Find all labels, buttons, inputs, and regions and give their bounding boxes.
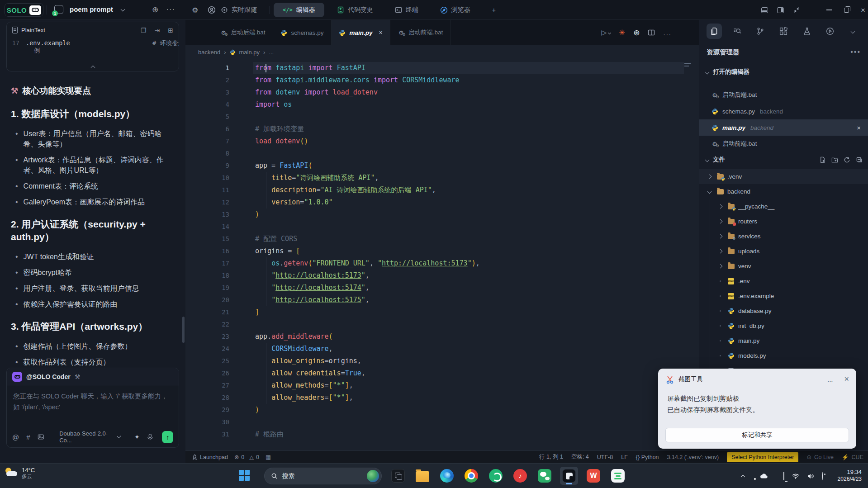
- search-daily-image[interactable]: [367, 470, 379, 482]
- editor-tab-启动后端.bat[interactable]: ⚙⚙启动后端.bat: [213, 20, 273, 45]
- refresh-icon[interactable]: [844, 156, 850, 163]
- run-button[interactable]: ▷: [601, 28, 611, 37]
- open-editors-header[interactable]: 打开的编辑器: [699, 65, 868, 79]
- project-switcher-icon[interactable]: 1: [54, 5, 63, 14]
- ai-spark-icon[interactable]: ✳: [619, 28, 625, 38]
- search-icon[interactable]: [730, 24, 745, 39]
- new-chat-icon[interactable]: ⊕: [152, 5, 158, 14]
- model-selector[interactable]: Doubao-Seed-2.0-Co...: [59, 430, 121, 444]
- ide-active[interactable]: [560, 467, 578, 485]
- tab-close-icon[interactable]: ×: [379, 29, 383, 36]
- cloud-icon[interactable]: [760, 473, 768, 479]
- image-icon[interactable]: [38, 433, 44, 441]
- files-header[interactable]: 文件: [699, 153, 819, 166]
- tree-item-.env.example[interactable]: ENV.env.example: [699, 289, 868, 303]
- sidebar-chevron-icon[interactable]: [845, 24, 861, 39]
- start-button[interactable]: [239, 470, 251, 482]
- chrome-browser[interactable]: [462, 467, 480, 485]
- test-flask-icon[interactable]: [799, 24, 815, 39]
- editor-more-icon[interactable]: ...: [663, 29, 672, 37]
- tree-item-__pycache__[interactable]: __pycache__: [699, 199, 868, 214]
- run-debug-icon[interactable]: [822, 24, 838, 39]
- tree-item-.venv[interactable]: .venv: [699, 169, 868, 184]
- tree-item-main.py[interactable]: main.py: [699, 333, 868, 348]
- insert-icon[interactable]: ⇥: [155, 27, 160, 34]
- close-icon[interactable]: ×: [861, 6, 865, 14]
- explorer-icon[interactable]: [707, 24, 722, 39]
- wps-office[interactable]: W: [584, 467, 602, 485]
- breadcrumb-item[interactable]: ...: [269, 49, 274, 56]
- new-file-icon[interactable]: [819, 156, 826, 163]
- collapse-icon[interactable]: [793, 6, 800, 14]
- openai-icon[interactable]: ⊛: [633, 28, 640, 38]
- tree-item-services[interactable]: ⚙services: [699, 229, 868, 244]
- view-tab-3[interactable]: 代码变更: [328, 3, 382, 17]
- wechat[interactable]: [536, 467, 554, 485]
- split-editor-icon[interactable]: [648, 29, 655, 36]
- open-editor-启动后端.bat[interactable]: ⚙⚙启动后端.bat: [699, 87, 868, 103]
- monitor-icon[interactable]: [783, 472, 784, 480]
- editor-tab-schemas.py[interactable]: schemas.py: [273, 20, 332, 45]
- breadcrumb[interactable]: backend›main.py›...: [185, 45, 699, 59]
- weather-widget[interactable]: 14°C 多云: [5, 467, 35, 479]
- go-live[interactable]: ⊙Go Live: [806, 454, 834, 460]
- open-editor-schemas.py[interactable]: schemas.pybackend: [699, 103, 868, 119]
- encoding[interactable]: UTF-8: [597, 454, 613, 460]
- explorer-more-icon[interactable]: •••: [850, 48, 861, 56]
- copy-icon[interactable]: ❐: [141, 27, 147, 34]
- new-folder-icon[interactable]: [831, 156, 838, 163]
- titlebar-more-icon[interactable]: ...: [166, 4, 175, 12]
- view-tab-2[interactable]: </>编辑器: [274, 3, 324, 17]
- view-tab-5[interactable]: 浏览器: [431, 3, 479, 17]
- messenger-app[interactable]: [609, 467, 627, 485]
- new-file-icon[interactable]: ⊞: [168, 27, 173, 34]
- mark-and-share-button[interactable]: 标记和共享: [665, 428, 849, 442]
- settings-gear-icon[interactable]: ⚙: [192, 6, 198, 14]
- music-app[interactable]: ♪: [511, 467, 529, 485]
- green-app[interactable]: [487, 467, 505, 485]
- chevron-up-icon[interactable]: [741, 472, 745, 480]
- tree-item-venv[interactable]: venv: [699, 259, 868, 274]
- editor-tab-main.py[interactable]: main.py×: [332, 20, 390, 45]
- tree-item-backend[interactable]: backend: [699, 184, 868, 199]
- view-tab-4[interactable]: 终端: [386, 3, 427, 17]
- battery-icon[interactable]: [822, 472, 823, 480]
- open-editor-启动前端.bat[interactable]: ⚙⚙启动前端.bat: [699, 136, 868, 152]
- editor-tab-启动前端.bat[interactable]: ⚙⚙启动前端.bat: [390, 20, 451, 45]
- tree-item-.env[interactable]: ENV.env: [699, 274, 868, 289]
- tree-item-models.py[interactable]: models.py: [699, 348, 868, 363]
- launchpad-item[interactable]: Launchpad: [192, 454, 228, 460]
- add-view-tab[interactable]: +: [483, 3, 505, 17]
- source-control-icon[interactable]: [753, 24, 768, 39]
- eol[interactable]: LF: [621, 454, 628, 460]
- code-editor[interactable]: 1from fastapi import FastAPI2from fastap…: [185, 59, 699, 450]
- taskbar-clock[interactable]: 19:34 2026/4/23: [838, 469, 862, 483]
- breadcrumb-item[interactable]: main.py: [239, 49, 260, 56]
- select-python-interpreter[interactable]: Select Python Interpreter: [727, 452, 798, 462]
- tree-item-routers[interactable]: routers: [699, 214, 868, 229]
- cue[interactable]: ⚡CUE: [842, 454, 863, 460]
- solo-logo[interactable]: SOLO: [5, 3, 43, 17]
- project-chevron-icon[interactable]: [121, 7, 125, 12]
- edge-browser[interactable]: [438, 467, 456, 485]
- context-icon[interactable]: #: [26, 433, 30, 441]
- mention-icon[interactable]: @: [12, 433, 19, 441]
- toggle-panel-icon[interactable]: [761, 7, 768, 13]
- problems-item[interactable]: ⊗0 △0: [234, 454, 259, 460]
- extensions-icon[interactable]: [776, 24, 791, 39]
- wifi-icon[interactable]: [792, 474, 799, 479]
- collapse-chevron-icon[interactable]: [90, 66, 95, 70]
- close-editor-icon[interactable]: ×: [857, 124, 861, 132]
- popup-more-icon[interactable]: ...: [827, 375, 833, 383]
- task-view-app[interactable]: [389, 467, 407, 485]
- tree-item-init_db.py[interactable]: init_db.py: [699, 318, 868, 333]
- toggle-sidebar-icon[interactable]: [777, 7, 784, 13]
- send-button[interactable]: ↑: [162, 431, 173, 443]
- restore-icon[interactable]: [844, 8, 849, 13]
- indentation[interactable]: 空格: 4: [571, 453, 589, 461]
- taskbar-search[interactable]: 搜索: [264, 468, 382, 484]
- volume-icon[interactable]: [807, 473, 814, 479]
- project-name[interactable]: poem prompt: [70, 5, 113, 13]
- enhance-icon[interactable]: ✦: [134, 433, 140, 441]
- mic-icon[interactable]: [147, 433, 153, 441]
